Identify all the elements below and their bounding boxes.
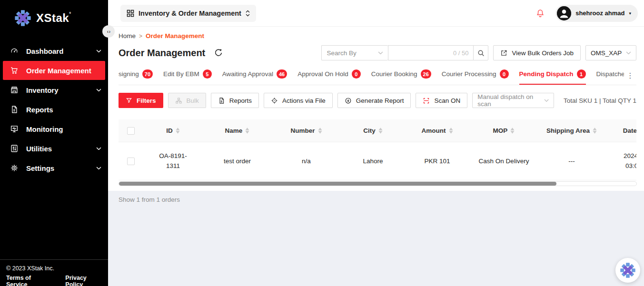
select-all-checkbox[interactable]	[127, 127, 135, 135]
tab-label: Awaiting Approval	[222, 70, 273, 78]
topbar: Inventory & Order Management shehrooz ah…	[108, 0, 644, 27]
chevron-down-icon	[96, 147, 101, 150]
avatar	[557, 6, 571, 20]
sort-icon	[593, 128, 597, 134]
tab-count-badge: 0	[352, 69, 361, 79]
sidebar-item-reports[interactable]: Reports	[0, 100, 108, 119]
tab-edit-by-ebm[interactable]: Edit By EBM 5	[163, 69, 212, 85]
breadcrumb: Home > Order Management	[119, 32, 636, 39]
column-header-name[interactable]: Name	[203, 127, 272, 134]
download-circle-icon	[345, 97, 352, 104]
results-count-text: Show 1 from 1 orders	[119, 196, 180, 203]
breadcrumb-home[interactable]: Home	[119, 32, 136, 39]
tab-count-badge: 5	[203, 69, 212, 79]
chevron-down-icon	[96, 167, 101, 170]
tab-label: Edit By EBM	[163, 70, 199, 78]
app-switcher[interactable]: Inventory & Order Management	[120, 5, 256, 22]
sort-icon	[449, 128, 453, 134]
table-row[interactable]: OA-8191-1311 test order n/a Lahore PKR 1…	[119, 142, 636, 180]
grid-apps-icon	[127, 10, 134, 17]
workspace-select[interactable]: OMS_XAP	[585, 45, 636, 60]
sidebar-item-utilities[interactable]: Utilities	[0, 139, 108, 158]
tab-label: Courier Booking	[371, 70, 417, 78]
column-header-date[interactable]: Date	[605, 127, 636, 134]
breadcrumb-current[interactable]: Order Management	[146, 32, 204, 39]
sidebar-item-label: Settings	[26, 164, 96, 172]
sort-icon	[510, 128, 515, 134]
tab-pending-dispatch[interactable]: Pending Dispatch 1	[519, 69, 586, 85]
settings-gear-icon	[10, 164, 19, 172]
search-button[interactable]	[473, 45, 488, 60]
sidebar: XStak° Dashboard Order Management Invent…	[0, 0, 108, 286]
xstak-logo-icon	[620, 262, 636, 278]
user-menu[interactable]: shehrooz ahmad ▾	[555, 5, 638, 22]
actions-via-file-label: Actions via File	[282, 97, 326, 104]
sidebar-item-order-management[interactable]: Order Management	[3, 61, 105, 80]
sidebar-item-dashboard[interactable]: Dashboard	[0, 41, 108, 60]
view-bulk-orders-label: View Bulk Orders Job	[512, 49, 574, 57]
tab-signing[interactable]: signing 70	[119, 69, 153, 85]
orders-table: ID Name Number City	[119, 119, 636, 180]
totals-summary: Total SKU 1 | Total QTY 1	[564, 97, 636, 104]
tab-count-badge: 1	[577, 69, 586, 79]
sort-icon	[378, 128, 383, 134]
sidebar-nav: Dashboard Order Management Inventory	[0, 41, 108, 259]
xstak-logo-icon	[14, 10, 31, 27]
row-checkbox[interactable]	[127, 158, 135, 165]
sidebar-item-label: Monitoring	[26, 125, 101, 133]
sidebar-item-monitoring[interactable]: Monitoring	[0, 119, 108, 138]
cell-name: test order	[203, 158, 272, 165]
search-char-counter: 0 / 50	[453, 49, 469, 57]
floating-xstak-button[interactable]	[615, 258, 640, 283]
privacy-policy-link[interactable]: Privacy Policy	[65, 275, 102, 286]
cell-shipping-area: ---	[538, 158, 605, 165]
cell-order-id: OA-8191-1311	[143, 151, 203, 171]
filters-button[interactable]: Filters	[119, 93, 163, 108]
search-input[interactable]: 0 / 50	[388, 45, 474, 60]
tab-awaiting-approval[interactable]: Awaiting Approval 46	[222, 69, 287, 85]
tabs-more-icon[interactable]: ⋮	[624, 67, 636, 84]
terms-of-service-link[interactable]: Terms of Service	[6, 275, 49, 286]
chevron-down-icon	[96, 49, 101, 53]
column-header-mop[interactable]: MOP	[469, 127, 538, 134]
brand-name: XStak°	[36, 11, 71, 25]
tab-label: Approval On Hold	[297, 70, 348, 78]
content: Home > Order Management Order Management…	[108, 27, 644, 191]
column-header-amount[interactable]: Amount	[405, 127, 469, 134]
tab-count-badge: 0	[500, 69, 509, 79]
cell-city: Lahore	[341, 158, 405, 165]
column-header-id[interactable]: ID	[143, 127, 203, 134]
sidebar-collapse-toggle[interactable]: ‹ ›	[102, 25, 115, 38]
filters-label: Filters	[137, 97, 156, 104]
utilities-icon	[10, 144, 19, 153]
view-bulk-orders-button[interactable]: View Bulk Orders Job	[493, 45, 581, 60]
sidebar-item-inventory[interactable]: Inventory	[0, 80, 108, 99]
notification-bell-icon[interactable]	[535, 9, 545, 18]
column-header-city[interactable]: City	[341, 127, 405, 134]
scrollbar-thumb[interactable]	[119, 182, 556, 186]
tab-courier-processing[interactable]: Courier Processing 0	[442, 69, 509, 85]
order-status-tabs: signing 70 Edit By EBM 5 Awaiting Approv…	[119, 67, 636, 85]
tab-approval-on-hold[interactable]: Approval On Hold 0	[297, 69, 361, 85]
generate-report-button[interactable]: Generate Report	[337, 93, 411, 108]
bulk-label: Bulk	[187, 97, 199, 104]
monitoring-icon	[10, 125, 19, 133]
column-header-number[interactable]: Number	[272, 127, 341, 134]
tab-label: signing	[119, 70, 139, 78]
sidebar-item-settings[interactable]: Settings	[0, 158, 108, 178]
tab-courier-booking[interactable]: Courier Booking 26	[371, 69, 431, 85]
dispatch-mode-select[interactable]: Manual dispatch on scan	[472, 93, 554, 108]
dispatch-mode-value: Manual dispatch on scan	[477, 93, 544, 108]
cell-number: n/a	[272, 158, 341, 165]
sort-icon	[176, 128, 180, 134]
reports-button[interactable]: Reports	[211, 93, 259, 108]
bulk-button[interactable]: Bulk	[168, 93, 206, 108]
actions-via-file-button[interactable]: Actions via File	[264, 93, 333, 108]
chevron-down-icon	[544, 99, 549, 102]
sidebar-item-label: Inventory	[26, 86, 96, 94]
horizontal-scrollbar[interactable]	[119, 181, 637, 186]
refresh-icon[interactable]	[214, 48, 223, 58]
column-header-shipping-area[interactable]: Shipping Area	[538, 127, 605, 134]
search-by-select[interactable]: Search By	[321, 45, 388, 60]
scan-toggle-button[interactable]: Scan ON	[416, 93, 467, 108]
